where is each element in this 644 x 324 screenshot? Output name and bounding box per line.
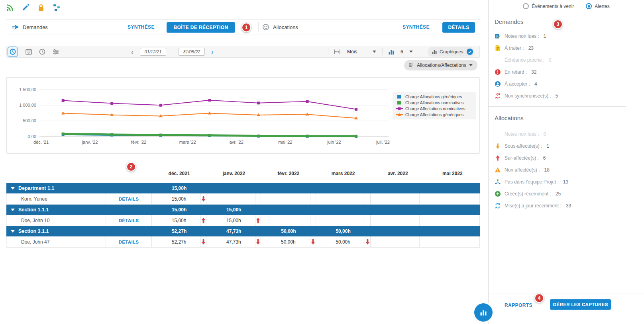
alert-item[interactable]: Sous-affectée(s) :1 <box>495 140 640 152</box>
alert-item[interactable]: Échéance proche :0 <box>495 54 640 66</box>
periods-caret-icon[interactable] <box>409 51 413 53</box>
demandes-synthese-link[interactable]: SYNTHÈSE <box>128 20 155 35</box>
edit-icon[interactable] <box>21 3 30 12</box>
group-total-cell <box>261 183 316 193</box>
group-total-cell <box>371 205 425 215</box>
alert-count: 13 <box>563 179 568 185</box>
inbox-button[interactable]: BOÎTE DE RÉCEPTION <box>167 22 235 33</box>
demandes-alert-list: Notes non lues :1À traiter :23Échéance p… <box>495 30 640 102</box>
alert-label: Mise(s) à jour récemment : <box>505 203 562 209</box>
view-selector[interactable]: Allocations/Affectations <box>404 60 477 70</box>
timescale-button[interactable] <box>8 47 18 57</box>
column-header: févr. 2022 <box>261 169 316 178</box>
hours-cell <box>316 193 371 205</box>
group-row[interactable]: Section 1.1.115,00h15,00h <box>6 205 480 215</box>
scale-select[interactable]: Mois <box>347 49 357 55</box>
svg-text:juil. '22: juil. '22 <box>376 140 390 144</box>
details-cell: DÉTAILS <box>106 193 152 205</box>
alert-count: 18 <box>544 167 550 173</box>
chart-bubble-button[interactable] <box>474 303 493 322</box>
alert-item[interactable]: Créée(s) récemment :25 <box>495 188 640 200</box>
alert-item[interactable]: En retard :32 <box>495 66 640 78</box>
group-total-cell <box>316 205 371 215</box>
date-from-input[interactable]: 01/12/21 <box>140 48 166 56</box>
alert-item[interactable]: Mise(s) à jour récemment :33 <box>495 200 640 212</box>
collapse-triangle-icon[interactable] <box>11 209 15 211</box>
hours-value: 52,27h <box>172 239 187 245</box>
collapse-triangle-icon[interactable] <box>11 187 15 190</box>
alert-item[interactable]: Notes non lues :1 <box>495 30 640 42</box>
radio-icon[interactable] <box>523 3 529 9</box>
hours-cell <box>371 215 425 226</box>
clock-icon[interactable] <box>39 48 46 55</box>
details-link[interactable]: DÉTAILS <box>119 218 139 223</box>
hours-cell: 50,00h <box>316 236 371 248</box>
group-total-cell: 47,73h <box>206 226 261 236</box>
svg-text:juin '22: juin '22 <box>327 140 341 144</box>
alert-mode-radios: Événements à venirAlertes <box>489 3 644 9</box>
svg-text:500,00: 500,00 <box>23 118 36 123</box>
step-badge-4: 4 <box>534 293 544 303</box>
alert-count: 4 <box>534 81 537 87</box>
prev-period-button[interactable]: ‹ <box>131 49 134 55</box>
alert-item[interactable]: Pas dans l'équipe Projet :13 <box>495 176 640 188</box>
periods-select[interactable]: 6 <box>401 49 403 55</box>
lock-icon[interactable] <box>37 3 45 12</box>
feed-icon[interactable] <box>6 3 14 12</box>
details-link[interactable]: DÉTAILS <box>119 240 139 244</box>
org-chart-icon[interactable] <box>52 3 61 12</box>
alert-item[interactable]: Sur-affectée(s) :6 <box>495 152 640 164</box>
trend-box <box>474 193 479 204</box>
reports-link[interactable]: RAPPORTS <box>505 303 532 308</box>
alert-item[interactable]: Non affectée(s) :18 <box>495 164 640 176</box>
next-period-button[interactable]: › <box>211 49 214 55</box>
trend-down-icon <box>201 196 206 202</box>
graphs-toggle[interactable]: Graphiques <box>428 47 475 57</box>
alert-item[interactable]: Notes non lues :0 <box>495 128 640 140</box>
alert-item[interactable]: Non synchronisée(s) :5 <box>495 90 640 102</box>
alert-count: 33 <box>566 203 571 209</box>
scale-caret-icon[interactable] <box>373 51 376 53</box>
group-row[interactable]: Department 1.115,00h <box>6 183 480 193</box>
alert-label: Pas dans l'équipe Projet : <box>505 179 559 185</box>
updated-icon <box>495 203 501 209</box>
svg-text:mai '22: mai '22 <box>278 140 292 144</box>
date-to-input[interactable]: 31/05/22 <box>179 48 205 56</box>
trend-box <box>310 236 316 247</box>
calendar-check-icon[interactable] <box>25 48 32 55</box>
collapse-triangle-icon[interactable] <box>11 230 15 233</box>
trend-box <box>419 215 425 226</box>
table-header-row: déc. 2021janv. 2022févr. 2022mars 2022av… <box>6 169 480 178</box>
group-total-cell <box>206 183 261 193</box>
hours-cell <box>261 215 316 226</box>
trend-box <box>255 236 261 247</box>
group-total-cell: 50,00h <box>261 226 316 236</box>
hours-value: 50,00h <box>336 239 350 245</box>
alert-item[interactable]: À traiter :23 <box>495 42 640 54</box>
group-total-cell <box>425 183 480 193</box>
alert-count: 1 <box>547 143 550 149</box>
filter-icon[interactable] <box>52 48 59 55</box>
alert-item[interactable]: À accepter :4 <box>495 78 640 90</box>
allocations-details-button[interactable]: DÉTAILS <box>442 22 475 33</box>
group-total-cell: 15,00h <box>206 205 261 215</box>
alert-mode-radio[interactable]: Alertes <box>586 3 609 9</box>
view-selector-label: Allocations/Affectations <box>417 62 466 68</box>
hours-cell: 50,00h <box>261 236 316 248</box>
alert-mode-radio[interactable]: Événements à venir <box>523 3 574 9</box>
manage-captures-button[interactable]: GÉRER LES CAPTURES <box>550 299 611 310</box>
group-row[interactable]: Section 3.1.152,27h47,73h50,00h50,00h <box>6 226 480 236</box>
demandes-header: Demandes <box>12 20 48 35</box>
trend-box <box>310 215 316 226</box>
hours-value: 15,00h <box>226 218 241 223</box>
alert-count: 0 <box>549 57 552 63</box>
radio-icon[interactable] <box>586 3 592 9</box>
details-link[interactable]: DÉTAILS <box>119 197 139 201</box>
unsynced-icon <box>495 93 501 99</box>
allocations-synthese-link[interactable]: SYNTHÈSE <box>402 20 430 35</box>
column-header: mai 2022 <box>425 169 480 178</box>
trend-down-icon <box>311 239 315 245</box>
resource-row: Korn, YuneeDÉTAILS15,00h <box>6 193 480 205</box>
alert-label: Non synchronisée(s) : <box>505 93 551 99</box>
alert-label: Créée(s) récemment : <box>505 191 551 197</box>
